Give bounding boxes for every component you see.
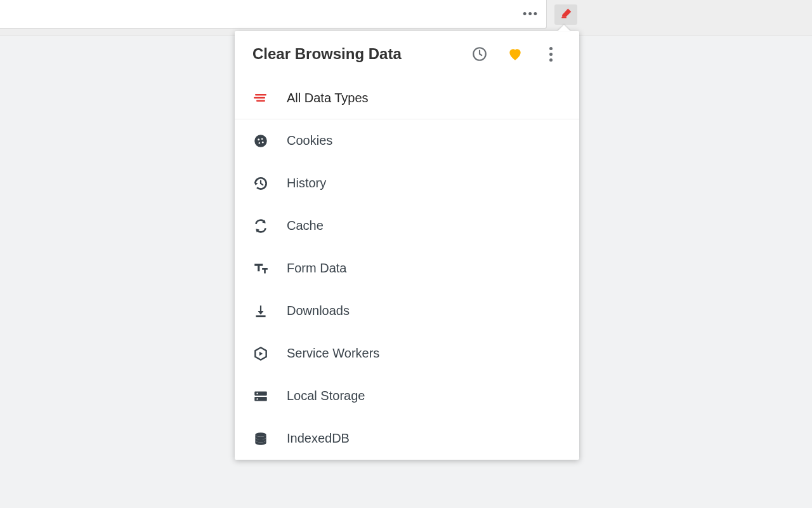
worker-icon xyxy=(252,345,269,362)
item-cookies[interactable]: Cookies xyxy=(235,119,579,162)
database-icon xyxy=(252,431,269,447)
more-actions-button[interactable]: ••• xyxy=(523,0,539,28)
svg-rect-2 xyxy=(255,94,266,96)
svg-point-9 xyxy=(259,142,260,144)
item-label: Cache xyxy=(287,218,324,233)
kebab-menu-icon[interactable] xyxy=(542,46,559,62)
heart-icon[interactable] xyxy=(507,46,523,62)
svg-point-15 xyxy=(255,432,266,437)
clock-icon[interactable] xyxy=(471,46,488,62)
svg-rect-11 xyxy=(254,391,267,396)
svg-point-13 xyxy=(256,392,258,394)
svg-rect-0 xyxy=(561,17,566,18)
download-icon xyxy=(252,303,269,319)
svg-point-5 xyxy=(254,135,267,147)
cache-icon xyxy=(252,218,269,234)
storage-icon xyxy=(252,388,269,404)
item-form-data[interactable]: Form Data xyxy=(235,247,579,290)
svg-point-6 xyxy=(258,138,259,140)
popup-arrow xyxy=(558,25,570,31)
svg-point-7 xyxy=(261,138,263,140)
extension-button[interactable] xyxy=(554,4,577,25)
item-label: Local Storage xyxy=(287,389,365,403)
item-label: Downloads xyxy=(287,304,350,318)
item-indexeddb[interactable]: IndexedDB xyxy=(235,417,579,460)
item-service-workers[interactable]: Service Workers xyxy=(235,332,579,375)
text-icon xyxy=(252,260,269,277)
svg-rect-3 xyxy=(254,97,265,99)
eraser-icon xyxy=(560,7,572,22)
item-downloads[interactable]: Downloads xyxy=(235,290,579,332)
popup-title: Clear Browsing Data xyxy=(252,45,471,63)
address-bar[interactable]: ••• xyxy=(0,0,547,29)
item-history[interactable]: History xyxy=(235,162,579,204)
svg-rect-12 xyxy=(254,397,267,401)
item-label: All Data Types xyxy=(287,91,369,105)
svg-rect-10 xyxy=(256,315,265,317)
item-local-storage[interactable]: Local Storage xyxy=(235,375,579,417)
item-cache[interactable]: Cache xyxy=(235,204,579,247)
popup-header: Clear Browsing Data xyxy=(235,31,579,77)
item-label: Service Workers xyxy=(287,346,379,361)
item-label: IndexedDB xyxy=(287,431,350,446)
item-label: Form Data xyxy=(287,261,346,276)
item-all-data-types[interactable]: All Data Types xyxy=(235,77,579,119)
clear-browsing-data-popup: Clear Browsing Data All Data Types xyxy=(235,31,579,460)
svg-point-14 xyxy=(256,398,258,399)
svg-rect-4 xyxy=(256,100,265,102)
cookie-icon xyxy=(252,133,269,149)
all-data-icon xyxy=(252,90,269,106)
history-icon xyxy=(252,175,269,192)
header-icon-group xyxy=(471,46,561,62)
svg-point-8 xyxy=(262,141,264,143)
item-label: History xyxy=(287,176,326,190)
item-label: Cookies xyxy=(287,133,332,148)
